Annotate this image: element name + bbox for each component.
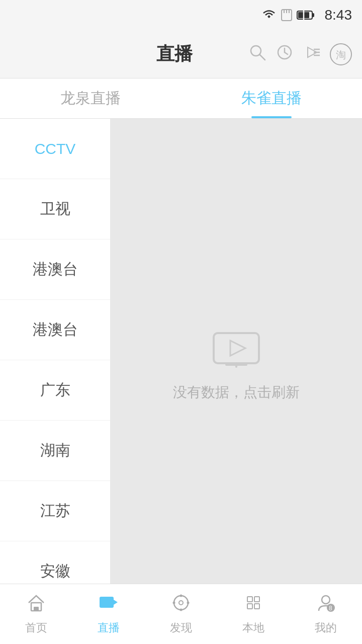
svg-marker-25 [114,600,118,605]
app-bar: 直播 淘 [0,30,362,78]
sidebar-item-cctv[interactable]: CCTV [0,119,110,179]
search-icon[interactable] [248,43,266,65]
nav-label-live: 直播 [98,620,120,635]
empty-text: 没有数据，点击刷新 [173,383,300,402]
svg-point-36 [322,596,330,604]
svg-line-12 [285,52,288,54]
svg-point-29 [180,609,183,611]
sim-icon [281,9,293,22]
svg-rect-18 [214,333,259,363]
svg-line-9 [260,55,265,60]
nav-item-home[interactable]: 首页 [0,593,72,635]
playlist-icon[interactable] [303,43,321,65]
local-icon [243,593,263,617]
status-time: 8:43 [325,7,352,23]
svg-point-31 [187,602,190,604]
svg-rect-34 [247,604,252,609]
svg-rect-24 [100,597,114,608]
tab-bar: 龙泉直播 朱雀直播 [0,78,362,119]
svg-point-8 [251,46,261,56]
nav-item-local[interactable]: 本地 [217,593,290,635]
sidebar: CCTV 卫视 港澳台 港澳台 广东 湖南 江苏 安徽 [0,119,111,614]
nav-label-profile: 我的 [315,620,337,635]
svg-point-28 [180,595,183,597]
wifi-icon [261,9,277,21]
svg-marker-19 [230,341,245,356]
sidebar-item-gangaotai-1[interactable]: 港澳台 [0,239,110,300]
home-icon [26,593,46,617]
taobao-icon[interactable]: 淘 [330,43,352,65]
sidebar-item-hunan[interactable]: 湖南 [0,421,110,481]
status-bar: 8:43 [0,0,362,30]
nav-label-discover: 发现 [170,620,192,635]
svg-point-27 [179,601,183,605]
svg-text:8: 8 [329,605,332,612]
main-content[interactable]: 没有数据，点击刷新 [111,119,362,614]
sidebar-item-jiangsu[interactable]: 江苏 [0,481,110,541]
discover-icon [171,593,191,617]
tab-longquan[interactable]: 龙泉直播 [0,78,181,118]
svg-point-30 [173,602,175,604]
nav-label-home: 首页 [25,620,47,635]
nav-item-profile[interactable]: 8 我的 [290,593,362,635]
svg-rect-5 [312,13,314,17]
content-area: CCTV 卫视 港澳台 港澳台 广东 湖南 江苏 安徽 [0,119,362,614]
svg-point-26 [174,596,188,610]
sidebar-item-guangdong[interactable]: 广东 [0,360,110,421]
svg-rect-33 [254,597,259,602]
svg-text:淘: 淘 [336,49,346,60]
page-title: 直播 [101,42,248,66]
nav-label-local: 本地 [242,620,264,635]
empty-state-icon [211,331,261,371]
profile-icon: 8 [316,593,336,617]
nav-item-live[interactable]: 直播 [72,593,145,635]
nav-item-discover[interactable]: 发现 [145,593,217,635]
sidebar-item-weishi[interactable]: 卫视 [0,179,110,239]
svg-rect-23 [34,607,39,611]
svg-rect-35 [254,604,259,609]
sidebar-item-gangaotai-2[interactable]: 港澳台 [0,300,110,360]
bottom-nav: 首页 直播 发现 [0,584,362,644]
battery-icon [297,10,315,21]
tab-zhugue[interactable]: 朱雀直播 [181,78,362,118]
svg-rect-32 [247,597,252,602]
live-icon [98,593,120,617]
history-icon[interactable] [276,43,294,65]
